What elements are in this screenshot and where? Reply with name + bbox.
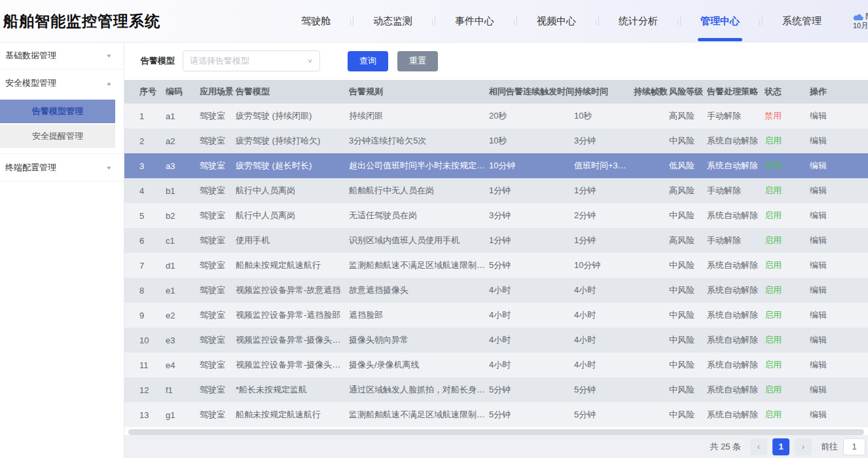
cell-scene: 驾驶室 [200,178,236,203]
cell-action: 编辑 [810,328,868,353]
cell-scene: 驾驶室 [200,303,236,328]
cell-code: e4 [166,353,200,377]
nav-separator [432,16,435,26]
cell-action: 编辑 [810,353,868,377]
nav-item-event-center[interactable]: 事件中心 [455,10,494,33]
nav-item-system-management[interactable]: 系统管理 [782,10,822,33]
cell-interval: 4小时 [489,303,574,328]
cell-duration: 4小时 [574,303,634,328]
cell-seq: 13 [124,402,166,427]
cell-risk: 中风险 [669,303,707,328]
goto-page-input[interactable] [843,438,865,455]
table-row[interactable]: 8 e1 驾驶室 视频监控设备异常-故意遮挡 故意遮挡摄像头 4小时 4小时 中… [124,278,868,303]
cell-code: a1 [166,104,200,128]
edit-link[interactable]: 编辑 [810,285,827,295]
edit-link[interactable]: 编辑 [810,235,827,245]
cell-model: 视频监控设备异常-遮挡脸部 [236,303,349,328]
horizontal-scrollbar[interactable] [128,429,864,435]
cell-frames [634,402,669,427]
edit-link[interactable]: 编辑 [810,410,827,419]
table-header: 序号 编码 应用场景 告警模型 告警规则 相同告警连续触发时间间隔 持续时间 持… [124,80,868,104]
table-row[interactable]: 3 a3 驾驶室 疲劳驾驶 (超长时长) 超出公司值班时间半小时未按规定交接 1… [124,153,868,178]
table-row[interactable]: 11 e4 驾驶室 视频监控设备异常-摄像头离线 摄像头/录像机离线 4小时 4… [124,353,868,377]
nav-item-cockpit[interactable]: 驾驶舱 [301,10,331,33]
status-badge: 启用 [765,285,782,295]
nav-item-dynamic-monitor[interactable]: 动态监测 [373,10,412,33]
table-row[interactable]: 13 g1 驾驶室 船舶未按规定航速航行 监测船舶航速不满足区域航速限制规定 5… [124,402,868,427]
app-title: 船舶智能监控管理系统 [3,11,160,31]
table-row[interactable]: 7 d1 驾驶室 船舶未按规定航速航行 监测船舶航速不满足区域航速限制规定 5分… [124,253,868,278]
cell-rule: 监测船舶航速不满足区域航速限制规定 [349,402,489,427]
cell-rule: 监测船舶航速不满足区域航速限制规定 [349,253,489,278]
cell-rule: 3分钟连续打哈欠5次 [349,128,489,153]
cell-frames [634,128,669,153]
sidebar: 基础数据管理 ▼ 安全模型管理 ▲ 告警模型管理 安全提醒管理 终端配置管理 ▼ [0,42,124,458]
alarm-model-select[interactable]: 请选择告警模型 ∨ [183,50,320,71]
edit-link[interactable]: 编辑 [810,161,827,170]
nav-separator [350,16,353,26]
col-duration: 持续时间 [574,80,634,104]
cell-scene: 驾驶室 [200,377,236,402]
cell-risk: 中风险 [669,402,707,427]
status-badge: 启用 [765,335,782,345]
edit-link[interactable]: 编辑 [810,136,827,145]
cell-seq: 10 [124,328,166,353]
status-badge: 启用 [765,210,782,220]
sidebar-group-safety-model[interactable]: 安全模型管理 ▲ [0,69,124,97]
nav-item-statistics[interactable]: 统计分析 [619,10,658,33]
edit-link[interactable]: 编辑 [810,111,827,121]
edit-link[interactable]: 编辑 [810,185,827,195]
edit-link[interactable]: 编辑 [810,260,827,270]
cell-action: 编辑 [810,153,868,178]
sidebar-group-terminal-config[interactable]: 终端配置管理 ▼ [0,154,124,181]
edit-link[interactable]: 编辑 [810,360,827,370]
prev-page-button[interactable]: ‹ [750,438,767,455]
cell-interval: 5分钟 [489,253,574,278]
cell-rule: 故意遮挡摄像头 [349,278,489,303]
table-row[interactable]: 12 f1 驾驶室 *船长未按规定监航 通过区域触发人脸抓拍，对船长身份... … [124,377,868,402]
cell-duration: 1分钟 [574,178,634,203]
status-badge: 启用 [765,360,782,370]
sidebar-group-label: 安全模型管理 [5,77,56,89]
cell-risk: 低风险 [669,153,707,178]
cell-scene: 驾驶室 [200,278,236,303]
nav-item-video-center[interactable]: 视频中心 [537,10,576,33]
cell-seq: 1 [124,104,166,128]
cell-code: f1 [166,377,200,402]
search-button[interactable]: 查询 [348,51,388,71]
cell-strategy: 系统自动解除 [707,253,765,278]
cell-status: 启用 [765,278,810,303]
table-body: 1 a1 驾驶室 疲劳驾驶 (持续闭眼) 持续闭眼 20秒 10秒 高风险 手动… [124,104,868,427]
cell-scene: 驾驶室 [200,228,236,253]
sidebar-item-alarm-model-management[interactable]: 告警模型管理 [0,100,115,123]
table-row[interactable]: 2 a2 驾驶室 疲劳驾驶 (持续打哈欠) 3分钟连续打哈欠5次 10秒 3分钟… [124,128,868,153]
edit-link[interactable]: 编辑 [810,310,827,320]
cell-interval: 4小时 [489,328,574,353]
table-row[interactable]: 10 e3 驾驶室 视频监控设备异常-摄像头朝向异常 摄像头朝向异常 4小时 4… [124,328,868,353]
page-1-button[interactable]: 1 [772,438,789,455]
cell-seq: 12 [124,377,166,402]
cell-frames [634,253,669,278]
table-row[interactable]: 5 b2 驾驶室 航行中人员离岗 无适任驾驶员在岗 3分钟 2分钟 中风险 系统… [124,203,868,228]
reset-button[interactable]: 重置 [397,51,438,71]
next-page-button[interactable]: › [795,438,812,455]
edit-link[interactable]: 编辑 [810,385,827,394]
nav-item-management-center[interactable]: 管理中心 [700,10,740,33]
cell-action: 编辑 [810,228,868,253]
table-row[interactable]: 9 e2 驾驶室 视频监控设备异常-遮挡脸部 遮挡脸部 4小时 4小时 中风险 … [124,303,868,328]
cell-strategy: 手动解除 [707,228,765,253]
edit-link[interactable]: 编辑 [810,335,827,345]
cell-model: 航行中人员离岗 [236,203,349,228]
sidebar-item-safety-reminder-management[interactable]: 安全提醒管理 [0,124,115,148]
sidebar-group-basic-data[interactable]: 基础数据管理 ▼ [0,42,124,69]
table-row[interactable]: 4 b1 驾驶室 航行中人员离岗 船舶航行中无人员在岗 1分钟 1分钟 高风险 … [124,178,868,203]
cell-model: 船舶未按规定航速航行 [236,253,349,278]
cell-code: c1 [166,228,200,253]
table-row[interactable]: 1 a1 驾驶室 疲劳驾驶 (持续闭眼) 持续闭眼 20秒 10秒 高风险 手动… [124,104,868,128]
edit-link[interactable]: 编辑 [810,210,827,220]
cell-frames [634,303,669,328]
cell-model: 视频监控设备异常-摄像头离线 [236,353,349,377]
table-row[interactable]: 6 c1 驾驶室 使用手机 识别区域内值班人员使用手机 1分钟 1分钟 高风险 … [124,228,868,253]
cell-interval: 1分钟 [489,228,574,253]
col-code: 编码 [166,80,200,104]
